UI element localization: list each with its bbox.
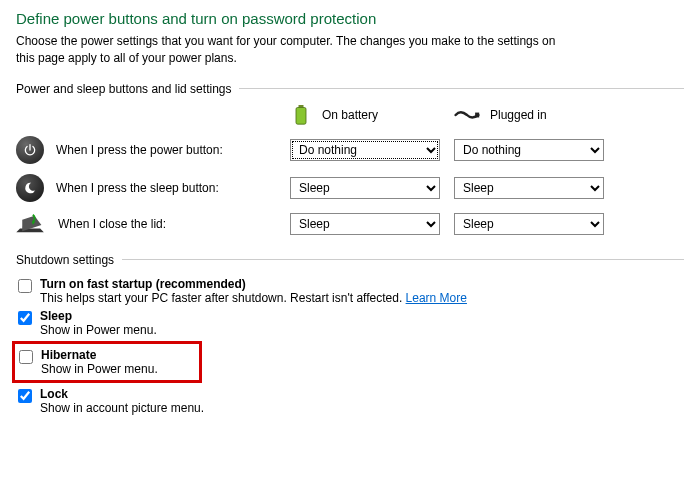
power-button-plugged-select[interactable]: Do nothing	[454, 139, 604, 161]
svg-rect-3	[475, 112, 479, 117]
sleep-button-plugged-select[interactable]: Sleep	[454, 177, 604, 199]
section-shutdown-title: Shutdown settings	[16, 253, 114, 267]
power-button-battery-select[interactable]: Do nothing	[290, 139, 440, 161]
page-description: Choose the power settings that you want …	[16, 33, 576, 68]
lid-plugged-select[interactable]: Sleep	[454, 213, 604, 235]
row-close-lid: When I close the lid:	[16, 212, 276, 237]
fast-startup-checkbox[interactable]	[18, 279, 32, 293]
section-power-sleep-header: Power and sleep buttons and lid settings	[16, 82, 684, 96]
option-sleep: Sleep Show in Power menu.	[16, 307, 684, 339]
divider	[122, 259, 684, 260]
row-power-button-label: When I press the power button:	[56, 143, 223, 157]
page-title: Define power buttons and turn on passwor…	[16, 10, 684, 27]
row-close-lid-label: When I close the lid:	[58, 217, 166, 231]
option-hibernate: Hibernate Show in Power menu.	[19, 348, 195, 376]
lid-battery-select[interactable]: Sleep	[290, 213, 440, 235]
section-power-sleep-title: Power and sleep buttons and lid settings	[16, 82, 231, 96]
lock-label: Lock	[40, 387, 204, 401]
svg-marker-4	[16, 228, 44, 232]
option-lock: Lock Show in account picture menu.	[16, 385, 684, 417]
sleep-desc: Show in Power menu.	[40, 323, 157, 337]
section-shutdown-header: Shutdown settings	[16, 253, 684, 267]
column-header-battery: On battery	[290, 104, 440, 126]
fast-startup-label: Turn on fast startup (recommended)	[40, 277, 467, 291]
hibernate-checkbox[interactable]	[19, 350, 33, 364]
sleep-checkbox[interactable]	[18, 311, 32, 325]
sleep-label: Sleep	[40, 309, 157, 323]
row-power-button: When I press the power button:	[16, 136, 276, 164]
power-icon	[16, 136, 44, 164]
option-fast-startup: Turn on fast startup (recommended) This …	[16, 275, 684, 307]
hibernate-desc: Show in Power menu.	[41, 362, 158, 376]
fast-startup-desc: This helps start your PC faster after sh…	[40, 291, 467, 305]
column-header-plugged: Plugged in	[454, 106, 604, 124]
learn-more-link[interactable]: Learn More	[406, 291, 467, 305]
column-header-battery-label: On battery	[322, 108, 378, 122]
column-header-plugged-label: Plugged in	[490, 108, 547, 122]
power-settings-grid: On battery Plugged in When I press the p…	[16, 104, 684, 237]
hibernate-label: Hibernate	[41, 348, 158, 362]
row-sleep-button-label: When I press the sleep button:	[56, 181, 219, 195]
laptop-lid-icon	[16, 212, 46, 237]
shutdown-settings-list: Turn on fast startup (recommended) This …	[16, 275, 684, 417]
divider	[239, 88, 684, 89]
battery-icon	[290, 104, 312, 126]
moon-icon	[16, 174, 44, 202]
svg-rect-1	[296, 107, 306, 124]
sleep-button-battery-select[interactable]: Sleep	[290, 177, 440, 199]
lock-checkbox[interactable]	[18, 389, 32, 403]
hibernate-highlight: Hibernate Show in Power menu.	[12, 341, 202, 383]
row-sleep-button: When I press the sleep button:	[16, 174, 276, 202]
lock-desc: Show in account picture menu.	[40, 401, 204, 415]
plug-icon	[454, 106, 480, 124]
